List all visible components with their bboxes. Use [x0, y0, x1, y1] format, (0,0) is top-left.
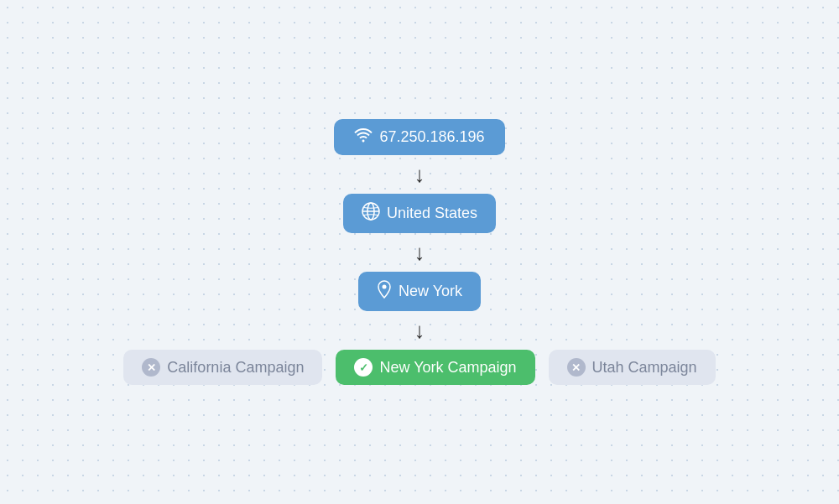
utah-campaign-label: Utah Campaign — [592, 359, 697, 377]
arrow-2: ↓ — [414, 242, 425, 263]
ip-label: 67.250.186.196 — [379, 128, 484, 146]
country-node[interactable]: United States — [343, 194, 496, 233]
state-label: New York — [399, 283, 462, 300]
newyork-check-icon: ✓ — [354, 358, 373, 377]
wifi-icon — [354, 127, 373, 147]
arrow-3: ↓ — [414, 320, 425, 341]
utah-x-icon: ✕ — [567, 358, 586, 377]
state-node[interactable]: New York — [358, 272, 481, 311]
campaign-row: ✕ California Campaign ✓ New York Campaig… — [123, 350, 715, 385]
newyork-campaign-node[interactable]: ✓ New York Campaign — [336, 350, 534, 385]
svg-point-3 — [382, 285, 386, 289]
utah-campaign-node[interactable]: ✕ Utah Campaign — [549, 350, 716, 385]
country-label: United States — [387, 205, 477, 222]
globe-icon — [362, 202, 380, 225]
ip-node[interactable]: 67.250.186.196 — [334, 119, 504, 155]
flow-diagram: 67.250.186.196 ↓ United States ↓ Ne — [123, 119, 715, 385]
newyork-campaign-label: New York Campaign — [379, 359, 516, 377]
california-campaign-node[interactable]: ✕ California Campaign — [123, 350, 322, 385]
california-x-icon: ✕ — [142, 358, 160, 377]
arrow-1: ↓ — [414, 164, 425, 185]
pin-icon — [377, 280, 392, 303]
california-campaign-label: California Campaign — [167, 359, 304, 377]
